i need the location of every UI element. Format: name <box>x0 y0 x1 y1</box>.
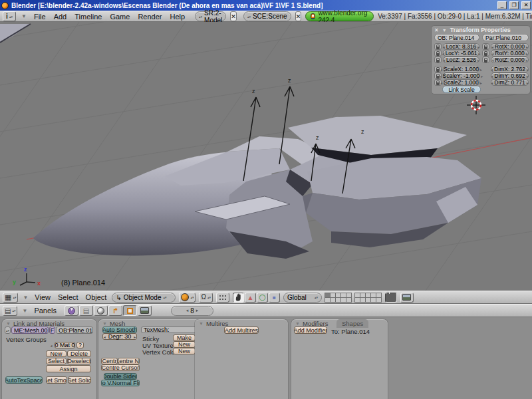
menu-select[interactable]: Select <box>56 293 80 301</box>
mesh-name-field[interactable]: ME:Mesh.001 <box>11 327 49 334</box>
maximize-button[interactable]: ❐ <box>509 1 519 9</box>
render-preview-button[interactable] <box>400 293 414 303</box>
updown-arrows-icon: ▴▾ <box>9 15 13 18</box>
center-points-button[interactable] <box>216 293 229 303</box>
vgroup-assign-button[interactable]: Assign <box>46 365 91 372</box>
rotx-field[interactable]: ◂RotX: 0.000▸ <box>491 43 529 50</box>
scene-selector[interactable]: ▴▾SCE:Scene <box>243 11 291 21</box>
scale-manipulator-button[interactable]: ■ <box>269 293 280 303</box>
centre-new-button[interactable]: Centre Ne <box>118 358 140 364</box>
vertex-color-new-button[interactable]: New <box>173 348 196 354</box>
mesh-browse-button[interactable]: ▴▾ <box>5 327 11 334</box>
panels-menu[interactable]: Panels <box>32 307 59 315</box>
no-vnormal-flip-toggle[interactable]: No V.Normal Flip <box>101 380 140 386</box>
transform-properties-panel[interactable]: ✕ ▼ Transform Properties OB: Plane.014 P… <box>431 25 531 94</box>
dimy-field[interactable]: ◂DimY: 0.692▸ <box>491 72 529 79</box>
material-index-field[interactable]: ◂0 Mat 0▸ <box>55 342 75 348</box>
locz-field[interactable]: ◂LocZ: 2.526▸ <box>443 57 479 63</box>
translate-manipulator-button[interactable]: ▲ <box>245 293 256 303</box>
centre-button[interactable]: Centr <box>101 358 118 364</box>
manipulator-toggle-button[interactable] <box>233 293 244 303</box>
menu-game[interactable]: Game <box>108 13 132 21</box>
scalez-field[interactable]: ◂ScaleZ: 1.000▸ <box>443 79 479 86</box>
double-sided-toggle[interactable]: Double Sided <box>104 373 137 380</box>
menu-timeline[interactable]: Timeline <box>72 13 104 21</box>
vgroup-deselect-button[interactable]: Deselect <box>67 358 91 364</box>
panel-collapse-icon[interactable]: ▼ <box>442 28 447 33</box>
menu-file[interactable]: File <box>32 13 48 21</box>
lock-rotz-button[interactable] <box>482 57 489 63</box>
centre-cursor-button[interactable]: Centre Cursor <box>101 364 140 371</box>
editor-type-button-buttons[interactable]: ▤▴▾ <box>3 306 17 316</box>
material-question-button[interactable]: ? <box>76 342 84 348</box>
frame-number-field[interactable]: ◂8▸ <box>171 306 213 316</box>
scalex-field[interactable]: ◂ScaleX: 1.000▸ <box>443 66 479 72</box>
shading-context-button[interactable] <box>94 305 108 316</box>
minimize-button[interactable]: _ <box>497 1 507 9</box>
ob-name-field[interactable]: OB: Plane.014 <box>434 34 479 41</box>
uv-texture-new-button[interactable]: New <box>173 341 196 348</box>
editor-type-button-3dview[interactable]: ▦▴▾ <box>3 293 18 303</box>
screen-close-button[interactable]: ✕ <box>230 11 237 21</box>
texmesh-field[interactable]: TexMesh: <box>141 327 197 333</box>
editor-type-button-info[interactable]: i▴▾ <box>3 11 16 21</box>
menu-render[interactable]: Render <box>136 13 164 21</box>
lock-locz-button[interactable] <box>434 57 442 63</box>
logic-context-button[interactable] <box>65 305 78 316</box>
menu-object[interactable]: Object <box>84 293 109 301</box>
layer-cell[interactable] <box>376 297 382 303</box>
menu-add[interactable]: Add <box>52 13 69 21</box>
tab-shapes[interactable]: Shapes <box>336 319 368 328</box>
parent-name-field[interactable]: Par:Plane.010 <box>482 34 529 41</box>
scene-context-button[interactable] <box>138 305 152 316</box>
draw-type-dropdown[interactable]: ▴▾ <box>179 293 196 303</box>
layer-cell[interactable] <box>346 297 352 303</box>
scene-lock-button[interactable] <box>385 293 397 303</box>
locy-field[interactable]: ◂LocY: -5.061▸ <box>443 50 479 57</box>
degr-field[interactable]: ◂Degr: 30▸ <box>102 333 137 340</box>
close-button[interactable]: ✕ <box>521 1 531 9</box>
header-collapse-icon[interactable]: ▼ <box>21 295 29 301</box>
menu-view[interactable]: View <box>33 293 53 301</box>
object-context-button[interactable]: ↱ <box>108 305 122 316</box>
link-scale-button[interactable]: Link Scale <box>442 86 481 93</box>
lock-locx-button[interactable] <box>434 43 442 50</box>
autotexspace-toggle[interactable]: AutoTexSpace <box>5 376 43 384</box>
sticky-make-button[interactable]: Make <box>173 334 196 341</box>
set-solid-button[interactable]: Set Solid <box>68 376 91 384</box>
menu-help[interactable]: Help <box>168 13 187 21</box>
rotz-value: RotZ: 0.000 <box>495 57 524 63</box>
add-multires-button[interactable]: Add Multires <box>224 327 259 334</box>
mode-dropdown[interactable]: ↳Object Mode▴▾ <box>112 293 176 303</box>
editing-context-button[interactable] <box>123 305 137 316</box>
roty-field[interactable]: ◂RotY: 0.000▸ <box>491 50 529 57</box>
lock-locy-button[interactable] <box>434 50 442 57</box>
panel-close-icon[interactable]: ✕ <box>434 27 439 33</box>
header-collapse-icon[interactable]: ▼ <box>20 13 28 19</box>
blender-org-badge[interactable]: www.blender.org 242.4 <box>305 11 374 21</box>
vgroup-new-button[interactable]: New <box>46 350 66 357</box>
orientation-dropdown[interactable]: Global▴▾ <box>283 293 322 303</box>
lock-roty-button[interactable] <box>482 50 489 57</box>
vgroup-delete-button[interactable]: Delete <box>67 350 91 357</box>
object-name-field[interactable]: OB:Plane.014 <box>56 327 93 334</box>
rotz-field[interactable]: ◂RotZ: 0.000▸ <box>491 57 529 63</box>
vgroup-select-button[interactable]: Select <box>46 358 66 364</box>
rotate-manipulator-button[interactable]: ◯ <box>257 293 268 303</box>
scene-close-button[interactable]: ✕ <box>295 11 302 21</box>
scaley-field[interactable]: ◂ScaleY: -1.000▸ <box>443 72 479 79</box>
dimx-field[interactable]: ◂DimX: 2.762▸ <box>491 66 529 72</box>
locx-field[interactable]: ◂LocX: 8.316▸ <box>443 43 479 50</box>
pivot-dropdown[interactable]: Ω▴▾ <box>199 293 213 303</box>
viewport-3d[interactable]: z z z z z x y (8) <box>0 22 532 291</box>
header-collapse-icon[interactable]: ▼ <box>21 308 29 314</box>
script-context-button[interactable]: ▤ <box>79 305 93 316</box>
lock-rotx-button[interactable] <box>482 43 489 50</box>
screen-selector[interactable]: ▴▾SR:2-Model <box>195 11 226 21</box>
dimz-field[interactable]: ◂DimZ: 0.771▸ <box>491 79 529 86</box>
auto-smooth-toggle[interactable]: Auto Smooth <box>102 327 137 333</box>
set-smooth-button[interactable]: Set Smoo <box>46 376 67 384</box>
panel-header[interactable]: ▼Multires <box>199 320 228 327</box>
fake-user-button[interactable]: F <box>49 327 55 334</box>
add-modifier-button[interactable]: Add Modifier <box>294 327 327 334</box>
